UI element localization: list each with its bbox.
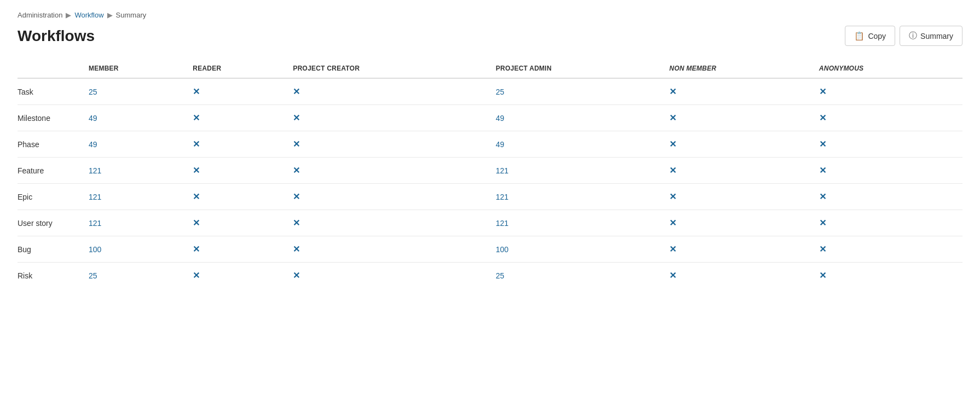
cross-icon: ✕ xyxy=(193,166,200,175)
table-cell: 25 xyxy=(89,78,193,105)
row-label: Phase xyxy=(18,131,89,158)
table-cell: ✕ xyxy=(819,236,962,263)
cell-number: 100 xyxy=(496,245,508,254)
table-cell: ✕ xyxy=(819,158,962,184)
header-row: Workflows 📋 Copy ⓘ Summary xyxy=(18,26,962,46)
cell-number: 121 xyxy=(496,166,508,175)
page-container: Administration ▶ Workflow ▶ Summary Work… xyxy=(0,0,980,299)
summary-label: Summary xyxy=(920,32,953,40)
table-cell: 25 xyxy=(496,78,669,105)
table-cell: 121 xyxy=(496,158,669,184)
cross-icon: ✕ xyxy=(819,166,826,175)
cell-number: 25 xyxy=(89,271,97,280)
table-cell: ✕ xyxy=(669,184,819,210)
cell-number: 121 xyxy=(496,193,508,201)
table-cell: 121 xyxy=(89,210,193,236)
cell-number: 49 xyxy=(496,114,505,123)
breadcrumb: Administration ▶ Workflow ▶ Summary xyxy=(18,11,962,19)
cross-icon: ✕ xyxy=(293,218,300,228)
table-cell: 49 xyxy=(89,105,193,131)
cross-icon: ✕ xyxy=(669,271,676,280)
cross-icon: ✕ xyxy=(819,113,826,123)
table-cell: ✕ xyxy=(669,78,819,105)
table-cell: 121 xyxy=(496,184,669,210)
cell-number: 121 xyxy=(89,193,101,201)
summary-button[interactable]: ⓘ Summary xyxy=(900,26,962,46)
cross-icon: ✕ xyxy=(193,113,200,123)
table-cell: ✕ xyxy=(819,131,962,158)
table-cell: ✕ xyxy=(293,131,496,158)
table-cell: 100 xyxy=(496,236,669,263)
breadcrumb-workflow[interactable]: Workflow xyxy=(74,11,103,19)
table-cell: 121 xyxy=(89,158,193,184)
table-row: Milestone49✕✕49✕✕ xyxy=(18,105,962,131)
cross-icon: ✕ xyxy=(819,192,826,201)
row-label: Milestone xyxy=(18,105,89,131)
table-cell: ✕ xyxy=(669,131,819,158)
cross-icon: ✕ xyxy=(193,140,200,149)
row-label: Epic xyxy=(18,184,89,210)
cross-icon: ✕ xyxy=(819,271,826,280)
table-cell: 49 xyxy=(89,131,193,158)
table-cell: ✕ xyxy=(193,105,293,131)
cross-icon: ✕ xyxy=(819,87,826,96)
col-header-non-member: NON MEMBER xyxy=(669,59,819,78)
cross-icon: ✕ xyxy=(193,271,200,280)
cell-number: 25 xyxy=(496,88,505,96)
row-label: Risk xyxy=(18,263,89,289)
col-header-member: MEMBER xyxy=(89,59,193,78)
table-cell: ✕ xyxy=(193,184,293,210)
row-label: Bug xyxy=(18,236,89,263)
header-buttons: 📋 Copy ⓘ Summary xyxy=(845,26,962,46)
table-cell: ✕ xyxy=(293,210,496,236)
cell-number: 121 xyxy=(89,219,101,228)
table-row: Bug100✕✕100✕✕ xyxy=(18,236,962,263)
cross-icon: ✕ xyxy=(293,113,300,123)
cell-number: 49 xyxy=(496,140,505,149)
cross-icon: ✕ xyxy=(669,166,676,175)
copy-button[interactable]: 📋 Copy xyxy=(845,26,895,46)
cross-icon: ✕ xyxy=(193,192,200,201)
col-header-label xyxy=(18,59,89,78)
table-cell: ✕ xyxy=(193,236,293,263)
cross-icon: ✕ xyxy=(193,245,200,254)
table-cell: ✕ xyxy=(193,78,293,105)
info-icon: ⓘ xyxy=(909,31,917,41)
cross-icon: ✕ xyxy=(819,140,826,149)
table-cell: ✕ xyxy=(819,263,962,289)
cross-icon: ✕ xyxy=(669,140,676,149)
cell-number: 25 xyxy=(496,271,505,280)
table-cell: 25 xyxy=(496,263,669,289)
table-cell: 100 xyxy=(89,236,193,263)
table-row: Feature121✕✕121✕✕ xyxy=(18,158,962,184)
table-cell: ✕ xyxy=(293,263,496,289)
table-row: User story121✕✕121✕✕ xyxy=(18,210,962,236)
table-cell: ✕ xyxy=(293,184,496,210)
table-cell: ✕ xyxy=(293,78,496,105)
col-header-project-admin: PROJECT ADMIN xyxy=(496,59,669,78)
cell-number: 49 xyxy=(89,140,97,149)
table-cell: ✕ xyxy=(819,210,962,236)
cell-number: 100 xyxy=(89,245,101,254)
table-cell: 49 xyxy=(496,105,669,131)
table-cell: ✕ xyxy=(293,236,496,263)
cross-icon: ✕ xyxy=(669,87,676,96)
col-header-project-creator: PROJECT CREATOR xyxy=(293,59,496,78)
table-cell: 121 xyxy=(496,210,669,236)
cross-icon: ✕ xyxy=(293,87,300,96)
breadcrumb-administration: Administration xyxy=(18,11,62,19)
cross-icon: ✕ xyxy=(293,166,300,175)
cell-number: 121 xyxy=(89,166,101,175)
breadcrumb-summary: Summary xyxy=(116,11,147,19)
table-cell: ✕ xyxy=(819,78,962,105)
cross-icon: ✕ xyxy=(819,245,826,254)
table-cell: ✕ xyxy=(193,131,293,158)
page-title: Workflows xyxy=(18,27,95,45)
table-cell: ✕ xyxy=(669,210,819,236)
table-row: Epic121✕✕121✕✕ xyxy=(18,184,962,210)
cross-icon: ✕ xyxy=(193,87,200,96)
row-label: Feature xyxy=(18,158,89,184)
table-cell: 121 xyxy=(89,184,193,210)
table-row: Risk25✕✕25✕✕ xyxy=(18,263,962,289)
table-row: Phase49✕✕49✕✕ xyxy=(18,131,962,158)
